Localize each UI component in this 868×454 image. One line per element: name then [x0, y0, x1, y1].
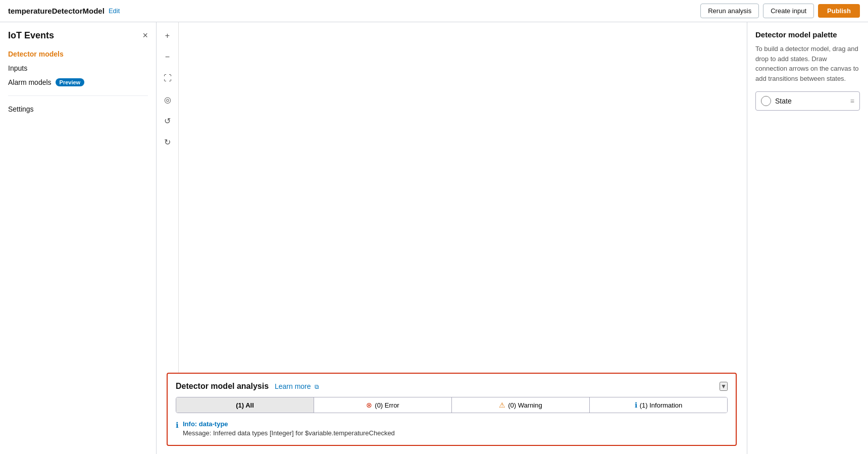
- error-icon: ⊗: [366, 401, 372, 409]
- learn-more-link[interactable]: Learn more ⧉: [275, 382, 319, 390]
- right-palette: Detector model palette To build a detect…: [747, 22, 868, 454]
- palette-state-label: State: [775, 97, 846, 105]
- palette-state-item[interactable]: State ≡: [755, 91, 860, 111]
- analysis-title-group: Detector model analysis Learn more ⧉: [176, 382, 319, 391]
- target-icon: ◎: [164, 95, 171, 105]
- create-input-button[interactable]: Create input: [763, 4, 814, 18]
- sidebar-label-inputs: Inputs: [8, 64, 27, 72]
- sidebar-header: IoT Events ×: [0, 30, 156, 47]
- target-button[interactable]: ◎: [160, 92, 175, 107]
- tab-information[interactable]: ℹ (1) Information: [590, 397, 727, 413]
- top-bar: temperatureDetectorModel Edit Rerun anal…: [0, 0, 868, 22]
- analysis-panel: Detector model analysis Learn more ⧉ ▼ (…: [167, 373, 737, 446]
- sidebar-item-alarm-models[interactable]: Alarm models Preview: [8, 75, 148, 89]
- preview-badge: Preview: [56, 78, 85, 86]
- edit-link[interactable]: Edit: [109, 7, 120, 15]
- tab-all-label: (1) All: [236, 401, 254, 409]
- warning-icon: ⚠: [499, 401, 505, 409]
- tab-error[interactable]: ⊗ (0) Error: [314, 397, 452, 413]
- sidebar-item-settings[interactable]: Settings: [8, 102, 148, 116]
- sidebar: IoT Events × Detector models Inputs Alar…: [0, 22, 157, 454]
- external-link-icon: ⧉: [315, 383, 319, 390]
- palette-title: Detector model palette: [755, 30, 860, 39]
- sidebar-close-button[interactable]: ×: [142, 30, 148, 41]
- analysis-title: Detector model analysis: [176, 382, 269, 390]
- tab-warning-label: (0) Warning: [508, 401, 542, 409]
- sidebar-nav: Detector models Inputs Alarm models Prev…: [0, 47, 156, 116]
- drag-handle-icon: ≡: [850, 97, 854, 105]
- zoom-in-button[interactable]: +: [160, 28, 175, 43]
- sidebar-label-detector-models: Detector models: [8, 50, 64, 58]
- fit-button[interactable]: ⛶: [160, 71, 175, 86]
- model-name: temperatureDetectorModel: [8, 7, 105, 15]
- main-layout: IoT Events × Detector models Inputs Alar…: [0, 22, 868, 454]
- learn-more-label: Learn more: [275, 382, 311, 390]
- palette-description: To build a detector model, drag and drop…: [755, 44, 860, 83]
- analysis-item-message: Message: Inferred data types [Integer] f…: [183, 429, 395, 437]
- sidebar-label-settings: Settings: [8, 105, 34, 113]
- analysis-header: Detector model analysis Learn more ⧉ ▼: [176, 382, 728, 391]
- canvas-area: + − ⛶ ◎ ↺ ↻: [157, 22, 747, 454]
- canvas-toolbar: + − ⛶ ◎ ↺ ↻: [157, 22, 179, 373]
- undo-button[interactable]: ↺: [160, 113, 175, 128]
- redo-icon: ↻: [164, 137, 171, 147]
- analysis-item-content: Info: data-type Message: Inferred data t…: [183, 420, 395, 437]
- tab-all[interactable]: (1) All: [176, 397, 314, 413]
- state-circle-icon: [761, 96, 771, 106]
- tab-warning[interactable]: ⚠ (0) Warning: [452, 397, 590, 413]
- undo-icon: ↺: [164, 116, 171, 126]
- sidebar-label-alarm-models: Alarm models: [8, 78, 52, 86]
- analysis-item-info-icon: ℹ: [176, 421, 179, 430]
- tab-error-label: (0) Error: [375, 401, 399, 409]
- app-title: IoT Events: [8, 30, 54, 41]
- minus-icon: −: [165, 53, 170, 62]
- analysis-item-label: Info: data-type: [183, 420, 395, 428]
- tab-information-label: (1) Information: [640, 401, 683, 409]
- canvas-wrapper: + − ⛶ ◎ ↺ ↻: [157, 22, 747, 373]
- fit-icon: ⛶: [164, 74, 172, 83]
- plus-icon: +: [165, 31, 170, 40]
- zoom-out-button[interactable]: −: [160, 49, 175, 65]
- rerun-analysis-button[interactable]: Rerun analysis: [700, 4, 759, 18]
- analysis-collapse-button[interactable]: ▼: [720, 382, 728, 391]
- top-bar-actions: Rerun analysis Create input Publish: [700, 4, 860, 18]
- sidebar-item-inputs[interactable]: Inputs: [8, 61, 148, 75]
- publish-button[interactable]: Publish: [818, 4, 860, 18]
- info-icon: ℹ: [635, 401, 637, 409]
- analysis-tabs: (1) All ⊗ (0) Error ⚠ (0) Warning ℹ (1) …: [176, 397, 728, 413]
- sidebar-divider: [8, 95, 148, 96]
- analysis-item-0: ℹ Info: data-type Message: Inferred data…: [176, 420, 728, 437]
- redo-button[interactable]: ↻: [160, 134, 175, 149]
- sidebar-item-detector-models[interactable]: Detector models: [8, 47, 148, 61]
